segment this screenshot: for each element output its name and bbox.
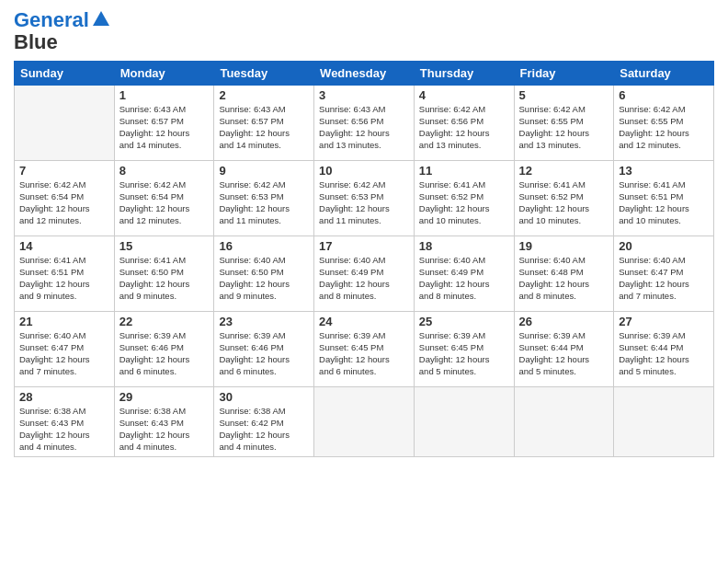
- calendar-cell: 18Sunrise: 6:40 AM Sunset: 6:49 PM Dayli…: [414, 236, 514, 312]
- day-info: Sunrise: 6:38 AM Sunset: 6:43 PM Dayligh…: [119, 406, 210, 453]
- day-number: 14: [19, 239, 109, 253]
- day-number: 2: [219, 88, 309, 102]
- day-info: Sunrise: 6:39 AM Sunset: 6:45 PM Dayligh…: [419, 330, 509, 377]
- calendar-cell: 20Sunrise: 6:40 AM Sunset: 6:47 PM Dayli…: [614, 236, 714, 312]
- day-info: Sunrise: 6:42 AM Sunset: 6:54 PM Dayligh…: [19, 179, 109, 226]
- day-number: 30: [219, 390, 309, 404]
- calendar-cell: [314, 387, 415, 456]
- calendar-cell: 30Sunrise: 6:38 AM Sunset: 6:42 PM Dayli…: [214, 387, 314, 456]
- day-number: 3: [319, 88, 409, 102]
- day-number: 24: [319, 315, 409, 328]
- day-info: Sunrise: 6:40 AM Sunset: 6:47 PM Dayligh…: [619, 255, 709, 302]
- calendar-cell: 6Sunrise: 6:42 AM Sunset: 6:55 PM Daylig…: [614, 86, 714, 161]
- day-number: 26: [519, 315, 609, 328]
- calendar-cell: 14Sunrise: 6:41 AM Sunset: 6:51 PM Dayli…: [15, 236, 115, 312]
- day-info: Sunrise: 6:38 AM Sunset: 6:42 PM Dayligh…: [219, 406, 309, 453]
- weekday-header-thursday: Thursday: [414, 62, 514, 86]
- calendar-cell: 22Sunrise: 6:39 AM Sunset: 6:46 PM Dayli…: [114, 312, 214, 387]
- day-number: 22: [119, 315, 210, 328]
- logo-text2: Blue: [14, 30, 58, 53]
- day-number: 11: [419, 164, 509, 178]
- day-info: Sunrise: 6:42 AM Sunset: 6:55 PM Dayligh…: [519, 104, 609, 151]
- calendar-cell: 13Sunrise: 6:41 AM Sunset: 6:51 PM Dayli…: [614, 161, 714, 236]
- day-number: 29: [119, 390, 210, 404]
- week-row-3: 14Sunrise: 6:41 AM Sunset: 6:51 PM Dayli…: [15, 236, 714, 312]
- calendar-cell: 29Sunrise: 6:38 AM Sunset: 6:43 PM Dayli…: [114, 387, 214, 456]
- calendar: SundayMondayTuesdayWednesdayThursdayFrid…: [14, 61, 714, 456]
- calendar-cell: [414, 387, 514, 456]
- calendar-cell: [614, 387, 714, 456]
- day-number: 7: [19, 164, 109, 178]
- day-info: Sunrise: 6:40 AM Sunset: 6:47 PM Dayligh…: [19, 330, 109, 377]
- day-number: 19: [519, 239, 609, 253]
- day-number: 8: [119, 164, 210, 178]
- day-number: 5: [519, 88, 609, 102]
- logo-text: General: [14, 9, 89, 31]
- calendar-cell: 17Sunrise: 6:40 AM Sunset: 6:49 PM Dayli…: [314, 236, 415, 312]
- calendar-cell: 2Sunrise: 6:43 AM Sunset: 6:57 PM Daylig…: [214, 86, 314, 161]
- calendar-cell: 11Sunrise: 6:41 AM Sunset: 6:52 PM Dayli…: [414, 161, 514, 236]
- calendar-cell: 8Sunrise: 6:42 AM Sunset: 6:54 PM Daylig…: [114, 161, 214, 236]
- calendar-cell: 24Sunrise: 6:39 AM Sunset: 6:45 PM Dayli…: [314, 312, 415, 387]
- logo: General Blue: [14, 9, 111, 53]
- calendar-cell: 23Sunrise: 6:39 AM Sunset: 6:46 PM Dayli…: [214, 312, 314, 387]
- day-number: 17: [319, 239, 409, 253]
- header: General Blue: [14, 9, 714, 53]
- day-info: Sunrise: 6:40 AM Sunset: 6:48 PM Dayligh…: [519, 255, 609, 302]
- day-info: Sunrise: 6:41 AM Sunset: 6:52 PM Dayligh…: [419, 179, 509, 226]
- day-info: Sunrise: 6:40 AM Sunset: 6:50 PM Dayligh…: [219, 255, 309, 302]
- day-number: 18: [419, 239, 509, 253]
- calendar-cell: 12Sunrise: 6:41 AM Sunset: 6:52 PM Dayli…: [514, 161, 614, 236]
- day-number: 25: [419, 315, 509, 328]
- day-info: Sunrise: 6:42 AM Sunset: 6:54 PM Dayligh…: [119, 179, 210, 226]
- day-number: 23: [219, 315, 309, 328]
- calendar-cell: 25Sunrise: 6:39 AM Sunset: 6:45 PM Dayli…: [414, 312, 514, 387]
- calendar-cell: [514, 387, 614, 456]
- calendar-cell: 5Sunrise: 6:42 AM Sunset: 6:55 PM Daylig…: [514, 86, 614, 161]
- week-row-2: 7Sunrise: 6:42 AM Sunset: 6:54 PM Daylig…: [15, 161, 714, 236]
- day-info: Sunrise: 6:40 AM Sunset: 6:49 PM Dayligh…: [419, 255, 509, 302]
- day-number: 10: [319, 164, 409, 178]
- day-info: Sunrise: 6:39 AM Sunset: 6:46 PM Dayligh…: [219, 330, 309, 377]
- day-number: 28: [19, 390, 109, 404]
- calendar-cell: 1Sunrise: 6:43 AM Sunset: 6:57 PM Daylig…: [114, 86, 214, 161]
- weekday-header-wednesday: Wednesday: [314, 62, 415, 86]
- day-number: 20: [619, 239, 709, 253]
- day-info: Sunrise: 6:39 AM Sunset: 6:44 PM Dayligh…: [619, 330, 709, 377]
- day-info: Sunrise: 6:43 AM Sunset: 6:57 PM Dayligh…: [119, 104, 210, 151]
- calendar-cell: 10Sunrise: 6:42 AM Sunset: 6:53 PM Dayli…: [314, 161, 415, 236]
- calendar-cell: 3Sunrise: 6:43 AM Sunset: 6:56 PM Daylig…: [314, 86, 415, 161]
- weekday-header-friday: Friday: [514, 62, 614, 86]
- day-number: 4: [419, 88, 509, 102]
- weekday-header-tuesday: Tuesday: [214, 62, 314, 86]
- day-number: 9: [219, 164, 309, 178]
- day-info: Sunrise: 6:40 AM Sunset: 6:49 PM Dayligh…: [319, 255, 409, 302]
- page: General Blue SundayMondayTuesdayWednesda…: [0, 0, 728, 563]
- calendar-cell: 21Sunrise: 6:40 AM Sunset: 6:47 PM Dayli…: [15, 312, 115, 387]
- day-number: 27: [619, 315, 709, 328]
- day-info: Sunrise: 6:39 AM Sunset: 6:44 PM Dayligh…: [519, 330, 609, 377]
- logo-icon: [91, 9, 111, 29]
- week-row-4: 21Sunrise: 6:40 AM Sunset: 6:47 PM Dayli…: [15, 312, 714, 387]
- weekday-header-row: SundayMondayTuesdayWednesdayThursdayFrid…: [15, 62, 714, 86]
- day-number: 12: [519, 164, 609, 178]
- calendar-cell: 28Sunrise: 6:38 AM Sunset: 6:43 PM Dayli…: [15, 387, 115, 456]
- day-info: Sunrise: 6:41 AM Sunset: 6:50 PM Dayligh…: [119, 255, 210, 302]
- day-number: 13: [619, 164, 709, 178]
- day-number: 16: [219, 239, 309, 253]
- day-info: Sunrise: 6:41 AM Sunset: 6:51 PM Dayligh…: [19, 255, 109, 302]
- day-number: 6: [619, 88, 709, 102]
- day-info: Sunrise: 6:42 AM Sunset: 6:53 PM Dayligh…: [219, 179, 309, 226]
- calendar-cell: 27Sunrise: 6:39 AM Sunset: 6:44 PM Dayli…: [614, 312, 714, 387]
- calendar-cell: [15, 86, 115, 161]
- day-info: Sunrise: 6:42 AM Sunset: 6:55 PM Dayligh…: [619, 104, 709, 151]
- day-info: Sunrise: 6:43 AM Sunset: 6:57 PM Dayligh…: [219, 104, 309, 151]
- day-info: Sunrise: 6:42 AM Sunset: 6:56 PM Dayligh…: [419, 104, 509, 151]
- calendar-cell: 9Sunrise: 6:42 AM Sunset: 6:53 PM Daylig…: [214, 161, 314, 236]
- weekday-header-saturday: Saturday: [614, 62, 714, 86]
- week-row-5: 28Sunrise: 6:38 AM Sunset: 6:43 PM Dayli…: [15, 387, 714, 456]
- day-info: Sunrise: 6:39 AM Sunset: 6:46 PM Dayligh…: [119, 330, 210, 377]
- calendar-cell: 16Sunrise: 6:40 AM Sunset: 6:50 PM Dayli…: [214, 236, 314, 312]
- calendar-cell: 7Sunrise: 6:42 AM Sunset: 6:54 PM Daylig…: [15, 161, 115, 236]
- day-info: Sunrise: 6:43 AM Sunset: 6:56 PM Dayligh…: [319, 104, 409, 151]
